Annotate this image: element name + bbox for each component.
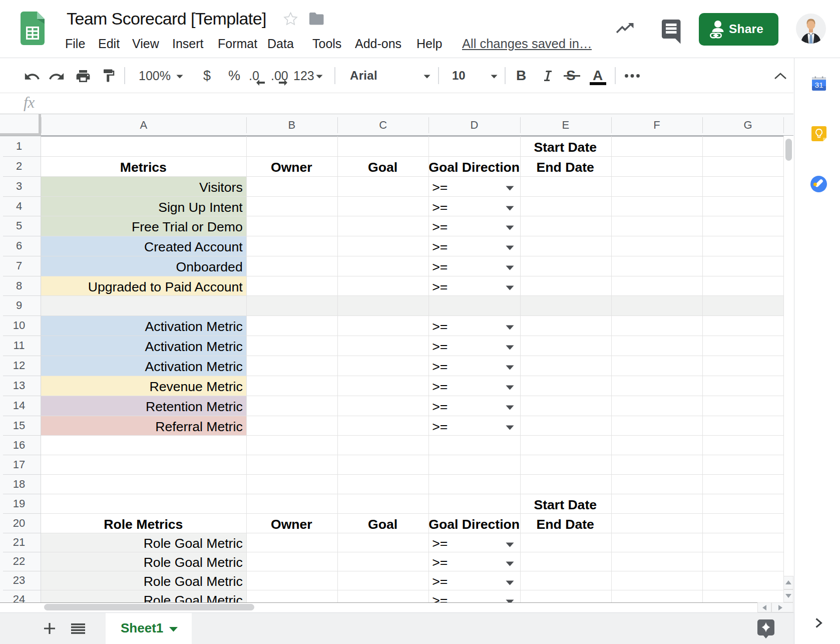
svg-text:31: 31 <box>814 81 823 89</box>
